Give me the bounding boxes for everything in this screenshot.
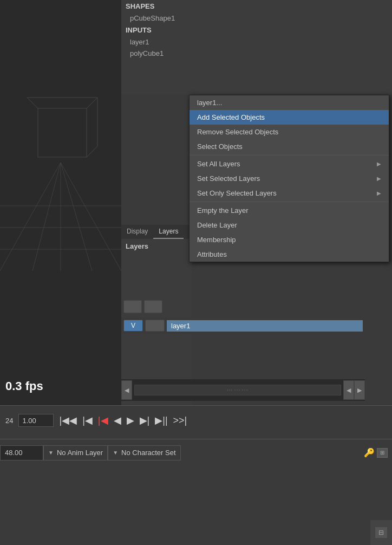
timeline-scroll: ◀ ⋯⋯⋯ ◀ ▶ — [121, 379, 365, 401]
menu-item-layer1-option[interactable]: layer1... — [190, 95, 389, 110]
svg-line-0 — [0, 163, 61, 271]
transport-reverse[interactable]: ◀ — [113, 414, 122, 426]
scroll-right-btn[interactable]: ◀ — [343, 380, 354, 400]
fps-display: 0.3 fps — [5, 379, 43, 393]
key-icon[interactable]: 🔑 — [364, 447, 375, 458]
r-button[interactable] — [145, 320, 165, 332]
transport-prev-key[interactable]: |◀ — [81, 414, 94, 426]
svg-line-3 — [61, 163, 92, 271]
transport-go-start[interactable]: |◀◀ — [58, 414, 78, 426]
end-frame-field[interactable]: 48.00 — [0, 445, 43, 460]
scene-viewport — [0, 0, 121, 412]
end-frame-value: 48.00 — [5, 449, 23, 457]
display-tab[interactable]: Display — [121, 225, 153, 239]
svg-rect-8 — [38, 108, 87, 157]
context-menu: layer1... Add Selected Objects Remove Se… — [189, 95, 389, 262]
layer1-label[interactable]: layer1 — [167, 320, 363, 332]
menu-item-set-selected-layers[interactable]: Set Selected Layers — [190, 171, 389, 186]
menu-separator-2 — [190, 202, 389, 202]
layers-tab[interactable]: Layers — [153, 225, 184, 239]
scroll-left-btn[interactable]: ◀ — [121, 380, 132, 400]
layer-buttons-row — [121, 298, 192, 315]
transport-play[interactable]: ▶ — [126, 414, 135, 426]
scroll-dots: ⋯⋯⋯ — [226, 386, 249, 394]
bottom-icon-bar: ⊟ — [370, 520, 392, 545]
menu-item-membership-label: Membership — [197, 236, 236, 244]
menu-item-delete-layer-label: Delete Layer — [197, 221, 237, 229]
menu-item-empty-layer-label: Empty the Layer — [197, 206, 249, 215]
menu-item-attributes-label: Attributes — [197, 250, 227, 258]
menu-item-set-selected-layers-label: Set Selected Layers — [197, 174, 260, 183]
scroll-right-arrow1: ◀ — [347, 387, 351, 394]
transport-go-end[interactable]: >>| — [172, 415, 188, 426]
panel-icon[interactable]: ⊟ — [375, 527, 388, 538]
input-polycube1[interactable]: polyCube1 — [121, 48, 392, 59]
menu-separator-1 — [190, 155, 389, 155]
menu-item-add-selected[interactable]: Add Selected Objects — [190, 110, 389, 125]
layers-content-label: Layers — [121, 239, 192, 254]
anim-layer-dropdown[interactable]: ▼ No Anim Layer — [43, 445, 108, 460]
anim-layer-label: No Anim Layer — [57, 449, 103, 457]
menu-item-membership[interactable]: Membership — [190, 232, 389, 247]
menu-item-select-objects-label: Select Objects — [197, 142, 243, 151]
grid-lines — [0, 0, 121, 412]
menu-item-remove-selected[interactable]: Remove Selected Objects — [190, 125, 389, 139]
menu-item-layer1-label: layer1... — [197, 99, 222, 107]
input-layer1[interactable]: layer1 — [121, 36, 392, 48]
char-set-label: No Character Set — [121, 449, 175, 457]
layers-tab-row: Display Layers — [121, 225, 192, 239]
menu-item-set-only-selected-label: Set Only Selected Layers — [197, 189, 277, 197]
scroll-track[interactable]: ⋯⋯⋯ — [134, 385, 341, 395]
menu-item-attributes[interactable]: Attributes — [190, 247, 389, 262]
v-button[interactable]: V — [123, 320, 143, 332]
svg-line-1 — [61, 163, 121, 271]
scroll-right-btn2[interactable]: ▶ — [354, 380, 365, 400]
menu-item-select-objects[interactable]: Select Objects — [190, 139, 389, 154]
layer-row: V layer1 — [121, 317, 365, 334]
transport-step-back[interactable]: |◀ — [97, 414, 109, 426]
inputs-section-label: INPUTS — [121, 24, 392, 36]
delete-layer-btn[interactable] — [144, 300, 162, 313]
svg-line-2 — [32, 163, 61, 271]
menu-item-add-selected-label: Add Selected Objects — [197, 113, 265, 121]
shapes-section-label: SHAPES — [121, 0, 392, 12]
menu-item-delete-layer[interactable]: Delete Layer — [190, 218, 389, 232]
menu-item-empty-layer[interactable]: Empty the Layer — [190, 203, 389, 218]
status-bar: 48.00 ▼ No Anim Layer ▼ No Character Set… — [0, 439, 392, 466]
time-value-field[interactable] — [18, 414, 54, 427]
menu-item-remove-selected-label: Remove Selected Objects — [197, 128, 278, 136]
menu-item-set-all-layers[interactable]: Set All Layers — [190, 157, 389, 171]
char-set-dropdown[interactable]: ▼ No Character Set — [108, 445, 180, 460]
svg-line-10 — [87, 98, 97, 108]
shape-item[interactable]: pCubeShape1 — [121, 12, 392, 24]
new-layer-btn[interactable] — [123, 300, 142, 313]
status-icons: 🔑 ⊞ — [364, 447, 392, 458]
anim-layer-arrow: ▼ — [48, 450, 54, 456]
char-set-arrow: ▼ — [113, 450, 118, 456]
menu-item-set-all-layers-label: Set All Layers — [197, 160, 240, 168]
grid-icon[interactable]: ⊞ — [377, 448, 388, 458]
transport-step-fwd[interactable]: ▶| — [139, 414, 151, 426]
svg-line-11 — [87, 146, 97, 157]
timeline-bar: 24 |◀◀ |◀ |◀ ◀ ▶ ▶| ▶|| >>| — [0, 405, 392, 435]
transport-controls: |◀◀ |◀ |◀ ◀ ▶ ▶| ▶|| >>| — [58, 414, 188, 426]
svg-line-9 — [27, 98, 38, 108]
menu-item-set-only-selected[interactable]: Set Only Selected Layers — [190, 186, 389, 200]
attribute-panel: SHAPES pCubeShape1 INPUTS layer1 polyCub… — [121, 0, 392, 95]
frame-number: 24 — [0, 417, 18, 425]
transport-next-key[interactable]: ▶|| — [154, 414, 168, 426]
